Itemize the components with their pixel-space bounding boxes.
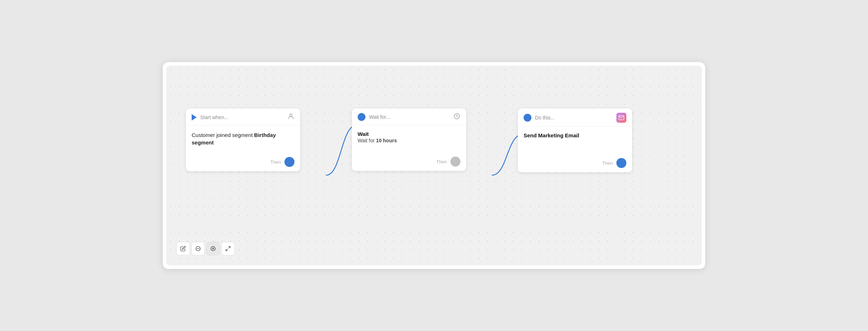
start-node-body-text: Customer joined segment Birthday segment xyxy=(192,131,294,146)
zoom-in-button[interactable] xyxy=(206,242,220,255)
wait-output-dot[interactable] xyxy=(450,157,460,167)
do-output-dot[interactable] xyxy=(616,158,626,168)
edit-button[interactable] xyxy=(176,242,190,255)
do-node-header: Do this... xyxy=(518,108,632,127)
fit-button[interactable] xyxy=(221,242,235,255)
toolbar xyxy=(176,242,235,255)
email-icon-badge xyxy=(616,113,626,123)
person-icon xyxy=(287,113,294,122)
do-node-body-title: Send Marketing Email xyxy=(524,132,626,138)
do-node-title: Do this... xyxy=(535,115,555,121)
clock-icon xyxy=(453,113,460,121)
wait-node-header-left: Wait for... xyxy=(358,113,390,121)
do-node-footer: Then xyxy=(518,155,632,172)
start-node-body: Customer joined segment Birthday segment xyxy=(186,126,300,154)
workflow-container: Start when... Customer joined segment Bi… xyxy=(163,62,705,269)
wait-node-title-text: Wait xyxy=(358,131,460,137)
wait-node-header: Wait for... xyxy=(352,108,466,125)
wait-node-footer: Then xyxy=(352,154,466,171)
svg-line-9 xyxy=(226,249,228,251)
start-node-footer: Then xyxy=(186,154,300,171)
wait-node-sub-text: Wait for 10 hours xyxy=(358,138,460,143)
start-node[interactable]: Start when... Customer joined segment Bi… xyxy=(186,108,300,171)
wait-input-dot[interactable] xyxy=(358,113,365,121)
do-input-dot[interactable] xyxy=(524,114,531,122)
start-then-label: Then xyxy=(270,159,281,165)
wait-node-title: Wait for... xyxy=(369,114,390,120)
play-icon xyxy=(192,114,197,121)
workflow-canvas[interactable]: Start when... Customer joined segment Bi… xyxy=(166,66,702,265)
do-node-header-left: Do this... xyxy=(524,114,555,122)
start-node-header: Start when... xyxy=(186,108,300,126)
wait-then-label: Then xyxy=(436,159,447,164)
svg-point-0 xyxy=(290,114,292,116)
svg-line-8 xyxy=(228,246,230,248)
do-then-label: Then xyxy=(602,161,613,166)
do-node-body: Send Marketing Email xyxy=(518,127,632,155)
wait-node-body: Wait Wait for 10 hours xyxy=(352,125,466,154)
start-node-header-left: Start when... xyxy=(192,114,228,121)
start-output-dot[interactable] xyxy=(284,157,294,167)
zoom-out-button[interactable] xyxy=(191,242,205,255)
wait-node[interactable]: Wait for... Wait Wait for 10 hours Then xyxy=(352,108,466,171)
start-node-title: Start when... xyxy=(200,114,228,120)
do-node[interactable]: Do this... Send Marketing Email Then xyxy=(518,108,632,172)
